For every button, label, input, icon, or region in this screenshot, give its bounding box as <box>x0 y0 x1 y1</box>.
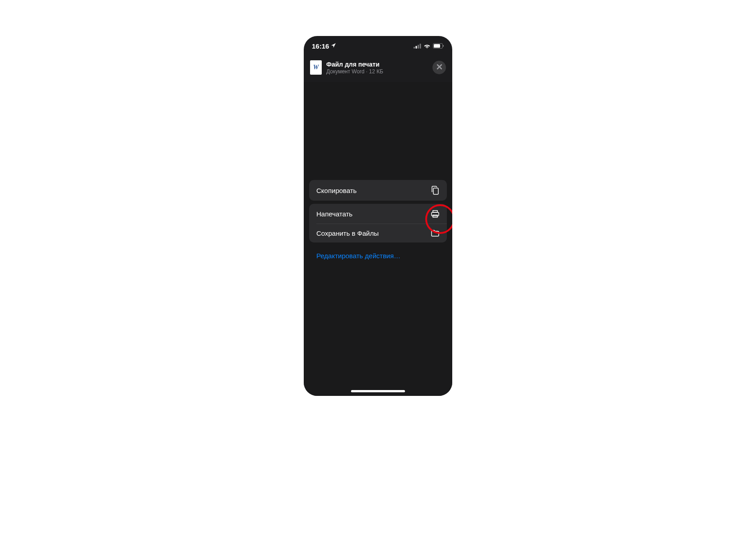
share-sheet-header: W Файл для печати Документ Word · 12 КБ <box>304 56 452 82</box>
folder-icon <box>431 229 440 237</box>
printer-icon <box>431 209 440 218</box>
svg-rect-1 <box>416 46 417 49</box>
file-icon-letter: W <box>313 64 319 71</box>
close-button[interactable] <box>432 61 446 74</box>
copy-icon <box>431 185 440 195</box>
status-bar-right <box>414 43 444 49</box>
cellular-signal-icon <box>414 44 421 49</box>
svg-rect-9 <box>433 188 438 194</box>
action-copy[interactable]: Скопировать <box>309 180 447 201</box>
edit-actions-label: Редактировать действия… <box>316 252 400 260</box>
action-save-to-files-label: Сохранить в Файлы <box>316 229 379 237</box>
action-group-copy: Скопировать <box>309 180 447 201</box>
svg-rect-2 <box>418 45 419 49</box>
phone-frame: 16:16 <box>304 36 452 396</box>
action-save-to-files[interactable]: Сохранить в Файлы <box>309 224 447 242</box>
action-group-main: Напечатать Сохранить в Файлы <box>309 204 447 242</box>
file-info: Файл для печати Документ Word · 12 КБ <box>326 61 428 75</box>
close-icon <box>436 63 442 72</box>
status-bar-left: 16:16 <box>312 42 336 50</box>
action-print-label: Напечатать <box>316 210 352 218</box>
file-title: Файл для печати <box>326 61 428 68</box>
svg-rect-3 <box>420 44 421 49</box>
file-thumbnail-word-icon: W <box>310 60 322 75</box>
svg-rect-6 <box>443 45 444 47</box>
edit-actions-link[interactable]: Редактировать действия… <box>309 246 447 266</box>
wifi-icon <box>423 44 431 49</box>
action-print[interactable]: Напечатать <box>309 204 447 224</box>
svg-rect-11 <box>433 211 437 212</box>
status-time: 16:16 <box>312 42 329 50</box>
action-copy-label: Скопировать <box>316 187 357 194</box>
file-subtitle: Документ Word · 12 КБ <box>326 68 428 75</box>
home-indicator[interactable] <box>351 390 405 392</box>
share-sheet-body: Скопировать Напечатать <box>304 82 452 396</box>
svg-rect-0 <box>414 47 415 49</box>
svg-rect-5 <box>434 44 440 48</box>
location-icon <box>331 43 336 49</box>
battery-icon <box>433 43 444 49</box>
status-bar: 16:16 <box>304 36 452 56</box>
